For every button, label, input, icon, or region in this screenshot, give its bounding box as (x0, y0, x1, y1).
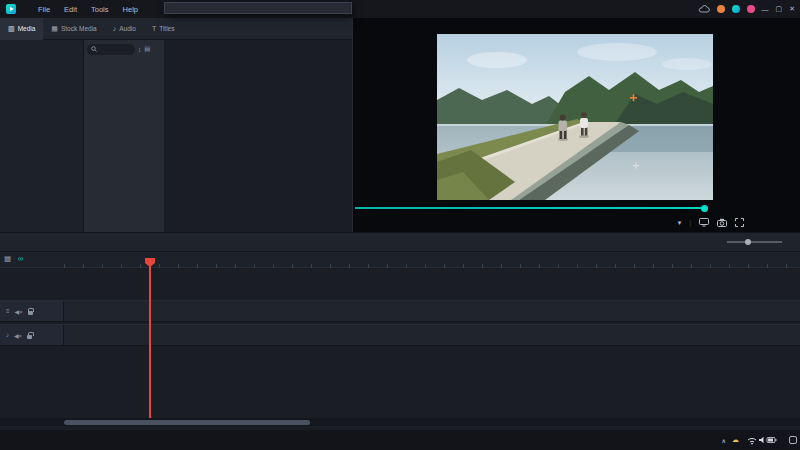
search-icon (91, 46, 97, 52)
timeline-ruler[interactable] (64, 252, 800, 268)
search-row: ↕ ▤ (84, 40, 164, 57)
display-device-icon[interactable] (699, 218, 709, 227)
maximize-button[interactable]: ▢ (776, 5, 783, 13)
search-input[interactable] (99, 46, 131, 52)
preview-panel: ▾ | (352, 18, 800, 232)
playhead-line[interactable] (149, 266, 151, 418)
cloud-sync-icon[interactable] (698, 5, 710, 13)
video-track: ≡ ◀× (0, 300, 800, 322)
notification-dot-icon[interactable] (747, 5, 755, 13)
sort-icon[interactable]: ↕ (138, 46, 141, 53)
link-clips-icon[interactable]: ∞ (18, 254, 23, 263)
minimize-button[interactable]: — (762, 6, 769, 13)
effects-sidebar (0, 40, 84, 232)
menubar-tools[interactable]: Tools (84, 5, 116, 14)
panel-tabs: ▥Media▦Stock Media♪AudioTTitles (0, 18, 182, 40)
preview-right-controls: ▾ | (678, 218, 744, 227)
lock-track-icon[interactable] (27, 335, 32, 339)
snapshot-camera-icon[interactable] (717, 218, 727, 227)
titlebar-right: — ▢ ✕ (698, 0, 796, 18)
audio-icon: ♪ (113, 25, 117, 32)
audio-track: ♪ ◀× (0, 324, 800, 346)
notification-center-icon[interactable] (789, 436, 797, 444)
zoom-slider-handle[interactable] (745, 239, 751, 245)
editing-toolbar (0, 232, 800, 252)
account-avatar[interactable] (717, 5, 725, 13)
tab-stock-media[interactable]: ▦Stock Media (43, 18, 104, 40)
divider: | (689, 219, 691, 226)
menubar-help[interactable]: Help (116, 5, 145, 14)
panel-tab-bar: ▥Media▦Stock Media♪AudioTTitles (0, 18, 352, 40)
track-options-icon[interactable]: ≡ (6, 308, 10, 314)
track-options-icon[interactable]: ♪ (6, 332, 9, 338)
timeline-panel: ▦ ∞ ≡ ◀× ♪ ◀× (0, 252, 800, 430)
lock-track-icon[interactable] (28, 311, 33, 315)
windows-taskbar: ∧ ☁ (0, 430, 800, 450)
color-mark-swatches (165, 6, 351, 9)
filmora-app: FileEditToolsHelp — ▢ ✕ ▥Media▦Stock Med… (0, 0, 800, 450)
zoom-slider[interactable] (727, 241, 782, 243)
network-volume-battery-icons[interactable] (747, 435, 777, 445)
timeline-scrollbar-track (0, 418, 800, 426)
tab-audio[interactable]: ♪Audio (105, 18, 144, 40)
timeline-zoom-controls (722, 241, 792, 243)
mute-track-icon[interactable]: ◀× (15, 308, 23, 315)
fullscreen-icon[interactable] (735, 218, 744, 227)
timeline-tools: ▦ ∞ (4, 254, 23, 263)
membership-icon[interactable] (732, 5, 740, 13)
tab-media[interactable]: ▥Media (0, 18, 43, 40)
tray-expand-icon[interactable]: ∧ (722, 437, 726, 444)
view-mode-icon[interactable]: ▤ (144, 45, 150, 53)
close-button[interactable]: ✕ (789, 5, 795, 13)
system-tray: ∧ ☁ (722, 430, 797, 450)
tab-titles[interactable]: TTitles (144, 18, 183, 40)
preview-video[interactable] (437, 34, 713, 200)
clip-context-menu (164, 2, 352, 14)
media-icon: ▥ (8, 25, 15, 33)
titlebar: FileEditToolsHelp — ▢ ✕ (0, 0, 800, 18)
mute-track-icon[interactable]: ◀× (14, 332, 22, 339)
cloud-icon: ☁ (732, 436, 739, 444)
menubar-edit[interactable]: Edit (57, 5, 84, 14)
weather-widget[interactable]: ☁ (732, 436, 741, 444)
seekbar-handle[interactable] (701, 205, 708, 212)
audio-track-header: ♪ ◀× (0, 325, 64, 345)
video-frame (437, 34, 713, 200)
preview-seekbar[interactable] (355, 207, 705, 209)
track-manage-icon[interactable]: ▦ (4, 254, 11, 263)
search-box[interactable] (87, 44, 135, 55)
zoom-mode-dropdown[interactable]: ▾ (678, 219, 682, 227)
filmora-logo-icon (6, 4, 16, 14)
timeline-scrollbar[interactable] (64, 420, 310, 425)
timeline-header: ▦ ∞ (0, 252, 800, 268)
titles-icon: T (152, 25, 156, 32)
menubar: FileEditToolsHelp (31, 5, 145, 14)
effects-panel: ↕ ▤ (84, 40, 164, 232)
menubar-file[interactable]: File (31, 5, 57, 14)
stock-media-icon: ▦ (51, 25, 58, 33)
video-track-header: ≡ ◀× (0, 301, 64, 321)
